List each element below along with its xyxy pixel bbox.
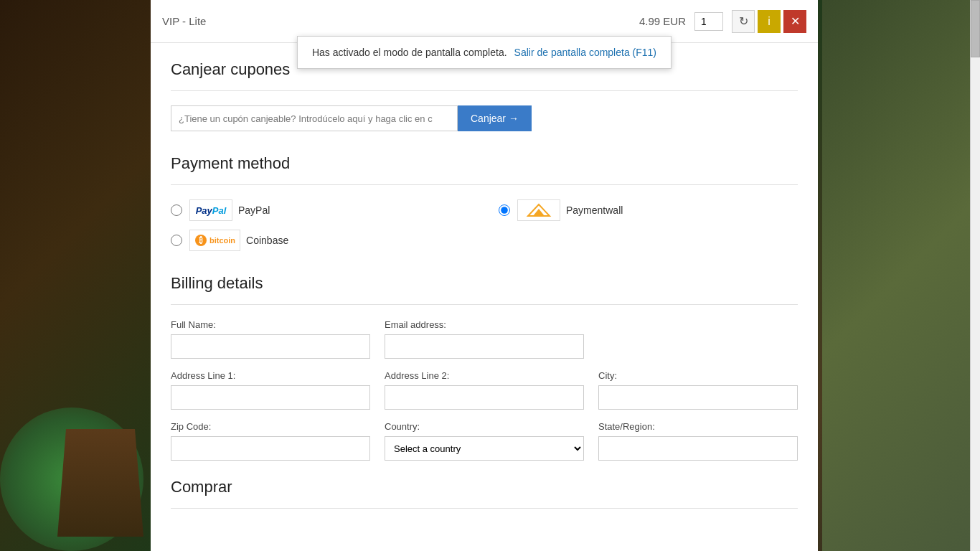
- coupon-divider: [171, 90, 798, 91]
- email-group: Email address:: [385, 319, 584, 359]
- coupon-row: Canjear →: [171, 105, 798, 131]
- paymentwall-svg: [524, 202, 553, 217]
- content-area: Canjear cupones Canjear → Payment method…: [151, 43, 818, 540]
- city-label: City:: [598, 370, 798, 381]
- paymentwall-logo: [524, 202, 553, 219]
- billing-title: Billing details: [171, 274, 798, 293]
- refresh-button[interactable]: ↻: [732, 10, 755, 33]
- zip-label: Zip Code:: [171, 421, 370, 432]
- city-input[interactable]: [598, 385, 798, 410]
- paypal-logo-box: PayPal: [189, 199, 232, 221]
- address1-group: Address Line 1:: [171, 370, 370, 410]
- fullname-group: Full Name:: [171, 319, 370, 359]
- fullname-label: Full Name:: [171, 319, 370, 330]
- background-right: [822, 0, 980, 551]
- paymentwall-text: Paymentwall: [566, 204, 623, 216]
- email-label: Email address:: [385, 319, 584, 330]
- quantity-input[interactable]: [694, 12, 723, 31]
- billing-grid: Full Name: Email address: Address Line 1…: [171, 319, 798, 461]
- info-button[interactable]: i: [758, 10, 781, 33]
- state-group: State/Region:: [598, 421, 798, 461]
- comprar-title: Comprar: [171, 478, 798, 496]
- coupon-button[interactable]: Canjear →: [458, 105, 532, 131]
- state-label: State/Region:: [598, 421, 798, 432]
- address1-input[interactable]: [171, 385, 370, 410]
- paypal-text: PayPal: [238, 204, 270, 216]
- billing-divider: [171, 304, 798, 305]
- address2-input[interactable]: [385, 385, 584, 410]
- paymentwall-radio[interactable]: [499, 204, 510, 216]
- city-group: City:: [598, 370, 798, 410]
- paypal-option: PayPal PayPal: [171, 199, 470, 221]
- zip-group: Zip Code:: [171, 421, 370, 461]
- coinbase-radio[interactable]: [171, 235, 182, 246]
- email-input[interactable]: [385, 334, 584, 359]
- fullscreen-notice: Has activado el modo de pantalla complet…: [297, 36, 672, 69]
- paymentwall-logo-box: [517, 199, 560, 221]
- payment-options: PayPal PayPal: [171, 199, 798, 251]
- fullname-input[interactable]: [171, 334, 370, 359]
- country-label: Country:: [385, 421, 584, 432]
- coupon-input[interactable]: [171, 105, 458, 131]
- exit-fullscreen-link[interactable]: Salir de pantalla completa (F11): [514, 47, 656, 58]
- zip-input[interactable]: [171, 436, 370, 461]
- paypal-logo: PayPal: [196, 205, 227, 216]
- main-panel: VIP - Lite 4.99 EUR ↻ i ✕ Has activado e…: [151, 0, 818, 551]
- coinbase-logo-box: ₿ bitcoin: [189, 230, 240, 251]
- paypal-radio[interactable]: [171, 204, 182, 216]
- address2-group: Address Line 2:: [385, 370, 584, 410]
- comprar-divider: [171, 508, 798, 509]
- paymentwall-label[interactable]: Paymentwall: [517, 199, 623, 221]
- address1-label: Address Line 1:: [171, 370, 370, 381]
- coinbase-label[interactable]: ₿ bitcoin Coinbase: [189, 230, 288, 251]
- coinbase-logo: ₿ bitcoin: [194, 234, 235, 247]
- bitcoin-icon: ₿: [194, 234, 207, 247]
- svg-marker-1: [533, 209, 545, 216]
- country-group: Country: Select a country United States …: [385, 421, 584, 461]
- empty-cell-1: [598, 319, 798, 359]
- payment-title: Payment method: [171, 154, 798, 173]
- state-input[interactable]: [598, 436, 798, 461]
- top-bar-actions: ↻ i ✕: [732, 10, 806, 33]
- country-select[interactable]: Select a country United States Spain Uni…: [385, 436, 584, 461]
- coinbase-text: Coinbase: [246, 235, 288, 246]
- coinbase-option: ₿ bitcoin Coinbase: [171, 230, 470, 251]
- address2-label: Address Line 2:: [385, 370, 584, 381]
- paypal-label[interactable]: PayPal PayPal: [189, 199, 270, 221]
- fullscreen-message: Has activado el modo de pantalla complet…: [312, 47, 507, 58]
- scrollbar-thumb[interactable]: [971, 0, 980, 57]
- payment-divider: [171, 184, 798, 185]
- plan-title: VIP - Lite: [162, 15, 206, 27]
- paymentwall-option: Paymentwall: [499, 199, 798, 221]
- svg-text:₿: ₿: [199, 236, 203, 245]
- scrollbar[interactable]: [970, 0, 980, 551]
- close-button[interactable]: ✕: [783, 10, 806, 33]
- plan-price: 4.99 EUR: [639, 15, 686, 27]
